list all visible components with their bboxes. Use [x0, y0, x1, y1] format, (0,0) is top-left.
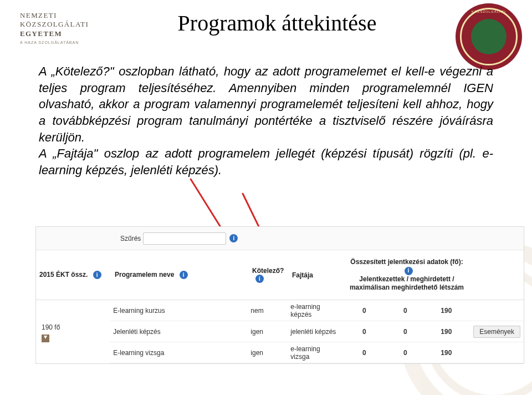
info-icon[interactable]: i [255, 275, 264, 283]
summary-column: 190 fő [36, 320, 110, 344]
cell-type: e-learning vizsga [287, 345, 340, 361]
logo-line-2: KÖZSZOLGÁLATI [20, 20, 114, 29]
info-icon[interactable]: i [229, 234, 238, 242]
cell-agg: 00190 [340, 349, 470, 357]
th-type: Fajtája [289, 269, 342, 281]
table-row: E-learning vizsga igen e-learning vizsga… [110, 342, 524, 363]
logo-line-3: EGYETEM [20, 29, 114, 38]
cell-required: igen [247, 349, 287, 357]
program-table: Szűrés i 2015 ÉKT össz. i Programelem ne… [35, 226, 524, 364]
table-row: Jelenléti képzés igen jelenléti képzés 0… [110, 321, 524, 342]
university-seal-right: KÖZSZOLGÁLATI [456, 3, 522, 70]
body-text: A „Kötelező?" oszlopban látható, hogy az… [39, 64, 493, 177]
filter-label: Szűrés [120, 235, 141, 242]
download-icon[interactable] [42, 335, 49, 342]
th-required: Kötelező? i [249, 265, 289, 285]
logo-tagline: A HAZA SZOLGÁLATÁBAN [20, 40, 114, 44]
th-name: Programelem neve i [111, 269, 249, 281]
cell-type: e-learning képzés [287, 303, 340, 318]
info-icon[interactable]: i [180, 271, 188, 279]
events-button[interactable]: Események [473, 326, 520, 338]
filter-row: Szűrés i [36, 227, 524, 250]
slide: NEMZETI KÖZSZOLGÁLATI EGYETEM A HAZA SZO… [0, 0, 532, 395]
body-paragraph: A „Kötelező?" oszlopban látható, hogy az… [39, 63, 493, 179]
th-aggregate: Összesített jelentkezési adatok (fő): i … [342, 256, 472, 294]
cell-name: E-learning vizsga [110, 349, 247, 357]
university-logo-left: NEMZETI KÖZSZOLGÁLATI EGYETEM A HAZA SZO… [20, 11, 114, 44]
info-icon[interactable]: i [405, 267, 413, 275]
filter-input[interactable] [143, 232, 226, 245]
cell-action: Események [470, 326, 524, 338]
info-icon[interactable]: i [93, 271, 101, 279]
th-summary: 2015 ÉKT össz. i [36, 269, 111, 281]
cell-name: Jelenléti képzés [110, 328, 247, 336]
th-actions [472, 273, 524, 277]
summary-qty: 190 fő [42, 323, 110, 331]
cell-agg: 00190 [340, 328, 470, 336]
cell-name: E-learning kurzus [110, 307, 247, 315]
cell-required: igen [247, 328, 287, 336]
cell-agg: 00190 [340, 307, 470, 315]
cell-type: jelenléti képzés [287, 328, 340, 336]
cell-required: nem [247, 307, 287, 315]
table-body: E-learning kurzus nem e-learning képzés … [110, 300, 524, 363]
table-row: E-learning kurzus nem e-learning képzés … [110, 300, 524, 321]
logo-line-1: NEMZETI [20, 11, 114, 20]
slide-title: Programok áttekintése [111, 10, 443, 36]
table-header: 2015 ÉKT össz. i Programelem neve i Köte… [36, 250, 524, 300]
